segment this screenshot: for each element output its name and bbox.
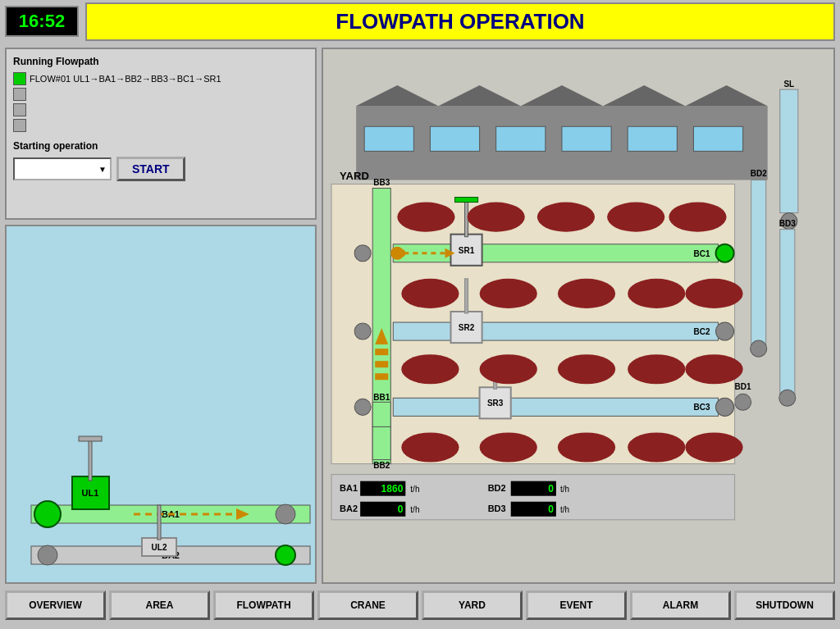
- yard-svg: SL BD2 BD3 BD1 YARD BB3: [323, 49, 833, 582]
- nav-shutdown-button[interactable]: SHUTDOWN: [734, 590, 835, 620]
- svg-rect-70: [465, 279, 468, 313]
- svg-point-96: [685, 432, 742, 462]
- svg-rect-52: [372, 426, 390, 459]
- svg-text:BC2: BC2: [693, 327, 710, 336]
- svg-rect-31: [780, 89, 798, 212]
- flowpath-item-2: [13, 88, 308, 101]
- svg-rect-27: [496, 126, 546, 151]
- flowpath-label-1: FLOW#01 UL1→BA1→BB2→BB3→BC1→SR1: [30, 74, 221, 84]
- svg-point-39: [779, 390, 796, 406]
- svg-point-91: [685, 354, 742, 384]
- svg-text:0: 0: [398, 504, 404, 515]
- svg-rect-8: [79, 436, 102, 441]
- svg-point-95: [628, 432, 685, 462]
- svg-point-89: [558, 354, 615, 384]
- svg-text:BD2: BD2: [488, 483, 506, 493]
- svg-point-67: [716, 322, 734, 340]
- svg-rect-25: [364, 126, 413, 151]
- svg-point-87: [401, 354, 459, 384]
- flowpath-indicator-3: [13, 103, 26, 116]
- svg-point-78: [468, 203, 525, 232]
- svg-text:BA2: BA2: [340, 504, 358, 513]
- header: 16:52 FLOWPATH OPERATION: [0, 0, 840, 43]
- svg-text:BA1: BA1: [340, 483, 358, 493]
- svg-rect-15: [158, 505, 161, 540]
- svg-point-85: [628, 279, 685, 308]
- svg-rect-34: [751, 180, 766, 344]
- nav-crane-button[interactable]: CRANE: [317, 590, 418, 620]
- nav-event-button[interactable]: EVENT: [526, 590, 627, 620]
- svg-rect-30: [693, 126, 742, 151]
- svg-point-81: [669, 203, 726, 232]
- svg-text:BC1: BC1: [693, 249, 710, 258]
- svg-point-99: [354, 399, 371, 415]
- flowpath-item-3: [13, 103, 308, 116]
- svg-text:0: 0: [548, 483, 554, 495]
- clock-display: 16:52: [5, 6, 79, 37]
- page-title: FLOWPATH OPERATION: [85, 2, 835, 41]
- svg-text:SR3: SR3: [487, 399, 504, 408]
- lower-left-scene: BA1 BA2 UL1 UL2: [5, 225, 317, 584]
- chevron-down-icon: ▼: [98, 165, 107, 174]
- svg-text:BD2: BD2: [751, 169, 767, 178]
- starting-op-label: Starting operation: [13, 140, 308, 152]
- nav-alarm-button[interactable]: ALARM: [630, 590, 731, 620]
- svg-point-9: [34, 501, 61, 527]
- running-flowpath-label: Running Flowpath: [13, 56, 308, 67]
- flowpath-indicator-4: [13, 119, 26, 132]
- control-box: Running Flowpath FLOW#01 UL1→BA1→BB2→BB3…: [5, 48, 317, 220]
- svg-point-84: [558, 279, 615, 308]
- yard-scene-container: SL BD2 BD3 BD1 YARD BB3: [322, 48, 835, 584]
- operation-dropdown[interactable]: ▼: [13, 157, 112, 180]
- start-row: ▼ START: [13, 157, 308, 181]
- flowpath-indicator-2: [13, 88, 26, 101]
- svg-point-10: [276, 504, 295, 524]
- svg-point-90: [628, 354, 685, 384]
- svg-rect-26: [430, 126, 479, 151]
- svg-point-92: [401, 432, 459, 462]
- svg-text:SL: SL: [783, 80, 794, 89]
- svg-point-86: [685, 279, 742, 308]
- svg-point-97: [354, 245, 371, 262]
- svg-point-80: [607, 203, 664, 232]
- svg-point-93: [480, 432, 537, 462]
- svg-text:BB3: BB3: [373, 178, 390, 187]
- starting-operation-section: Starting operation ▼ START: [13, 140, 308, 181]
- svg-text:UL2: UL2: [152, 543, 167, 552]
- nav-yard-button[interactable]: YARD: [422, 590, 523, 620]
- svg-text:BB2: BB2: [373, 461, 390, 470]
- svg-point-56: [716, 244, 734, 262]
- svg-rect-49: [375, 373, 388, 380]
- svg-rect-37: [780, 230, 795, 394]
- flowpath-item-4: [13, 119, 308, 132]
- svg-point-98: [354, 323, 371, 340]
- svg-rect-7: [89, 440, 92, 481]
- nav-flowpath-button[interactable]: FLOWPATH: [213, 590, 314, 620]
- svg-rect-47: [375, 349, 388, 355]
- svg-text:SR1: SR1: [459, 246, 475, 255]
- svg-point-40: [735, 394, 751, 410]
- svg-text:UL1: UL1: [82, 488, 99, 498]
- svg-text:t/h: t/h: [560, 485, 569, 494]
- svg-rect-28: [562, 126, 611, 151]
- svg-text:0: 0: [548, 504, 554, 515]
- svg-text:BB1: BB1: [373, 393, 390, 402]
- nav-overview-button[interactable]: OVERVIEW: [5, 590, 106, 620]
- flowpath-item-1: FLOW#01 UL1→BA1→BB2→BB3→BC1→SR1: [13, 72, 308, 85]
- start-button[interactable]: START: [116, 157, 185, 181]
- left-panel: Running Flowpath FLOW#01 UL1→BA1→BB2→BB3…: [5, 48, 317, 584]
- nav-area-button[interactable]: AREA: [109, 590, 210, 620]
- svg-text:1860: 1860: [381, 483, 404, 495]
- svg-point-73: [716, 398, 734, 416]
- svg-text:YARD: YARD: [340, 170, 369, 182]
- svg-text:BD3: BD3: [488, 504, 506, 513]
- svg-text:t/h: t/h: [410, 485, 419, 494]
- svg-point-82: [401, 279, 459, 308]
- svg-rect-44: [372, 189, 390, 427]
- bottom-nav: OVERVIEW AREA FLOWPATH CRANE YARD EVENT …: [0, 584, 840, 627]
- main-content: Running Flowpath FLOW#01 UL1→BA1→BB2→BB3…: [0, 43, 840, 584]
- svg-point-77: [397, 203, 454, 232]
- svg-rect-65: [393, 322, 718, 340]
- svg-rect-48: [375, 361, 388, 367]
- svg-text:BC3: BC3: [693, 403, 710, 412]
